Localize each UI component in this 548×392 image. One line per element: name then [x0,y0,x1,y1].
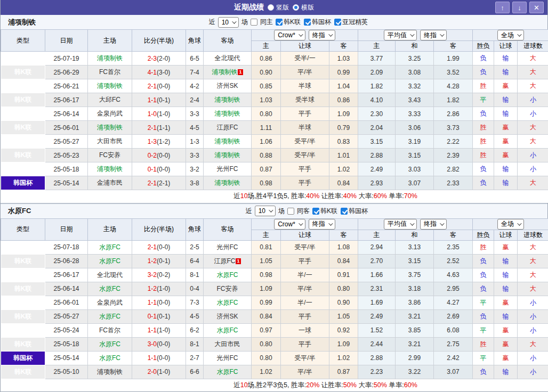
league-badge: 韩K联 [1,268,45,282]
league-badge: 韩K联 [1,66,45,79]
away-odds: 0.91 [329,268,358,282]
handicap-line: 一球 [281,323,329,337]
period-select[interactable]: 全场 [497,30,524,40]
bookmaker-select[interactable]: Crow* [274,30,305,40]
result-handicap: 输 [494,365,518,379]
games-count-select[interactable]: 10 [255,206,276,216]
move-down-button[interactable]: ↓ [512,2,527,13]
result-goals: 小 [518,365,548,379]
avg-time-select[interactable]: 终指 [420,30,447,40]
away-team: 全北现代 [204,52,252,66]
away-team: 水原FC [204,296,252,309]
corner-score: 7-3 [186,296,204,309]
same-venue-checkbox[interactable] [251,19,257,26]
result-goals: 大 [518,282,548,296]
league-badge: 韩K联 [1,323,45,337]
col-score: 比分(半场) [132,218,186,240]
away-team: 水原FC [204,323,252,337]
result-wdl: 平 [473,296,494,309]
col-odds-away: 客 [329,41,358,52]
away-odds: 1.09 [329,337,358,351]
col-date: 日期 [45,218,88,240]
period-select[interactable]: 全场 [497,219,524,230]
radio-horizontal-icon[interactable] [293,4,299,11]
result-goals: 小 [518,149,548,162]
avg-select[interactable]: 平均值 [384,30,417,40]
match-date: 25-07-18 [45,240,88,254]
league-badge: 韩K联 [1,254,45,268]
bookmaker-select[interactable]: Crow* [274,219,305,230]
match-score: 3-2(0-2) [132,268,186,282]
home-team: 全北现代 [88,268,132,282]
move-up-button[interactable]: ↑ [495,2,510,13]
odds-time-select[interactable]: 终指 [309,219,335,230]
team-name: 浦项制铁 [1,18,36,27]
handicap-line: 平/半 [281,66,329,79]
match-date: 25-06-01 [45,296,88,309]
away-team: 浦项制铁 [204,149,252,162]
home-team: 大邱FC [88,93,132,107]
filter-controls: 近 10 场 同主 韩K联韩国杯亚冠精英 [209,17,370,28]
home-odds: 0.80 [252,351,281,365]
away-team: 江原FC [204,121,252,135]
avg-draw-odds: 3.06 [396,121,434,135]
result-wdl: 负 [473,309,494,323]
avg-draw-odds: 3.86 [396,296,434,309]
avg-home-odds: 2.70 [358,254,396,268]
avg-home-odds: 2.49 [358,309,396,323]
avg-away-odds: 2.95 [434,282,473,296]
league-filter-checkbox[interactable] [334,19,341,26]
avg-home-odds: 3.15 [358,135,396,149]
summary-row: 近10场,胜2平3负5, 胜率:20% 让胜率:50% 大率:50% 单率:60… [1,379,548,391]
away-odds: 1.02 [329,162,358,176]
odds-time-select[interactable]: 终指 [309,30,335,40]
avg-draw-odds: 3.22 [396,365,434,379]
away-odds: 0.84 [329,254,358,268]
radio-vertical-icon[interactable] [268,4,274,11]
result-goals: 大 [518,254,548,268]
league-filter-checkbox[interactable] [341,208,348,215]
close-button[interactable]: ✕ [529,2,544,13]
col-handicap: 让球 [281,230,329,240]
league-filter-checkbox[interactable] [304,19,311,26]
avg-home-odds: 1.66 [358,268,396,282]
corner-score: 6-2 [186,323,204,337]
avg-time-select[interactable]: 终指 [420,219,447,230]
col-type: 类型 [1,30,45,52]
league-filter-checkbox[interactable] [312,208,319,215]
league-badge: 韩K联 [1,365,45,379]
result-handicap: 赢 [494,149,518,162]
same-venue-checkbox[interactable] [287,208,294,215]
avg-away-odds: 4.63 [434,268,473,282]
corner-score: 8-1 [186,337,204,351]
result-goals: 小 [518,107,548,121]
handicap-line: 半/一 [281,268,329,282]
avg-away-odds: 2.39 [434,149,473,162]
avg-draw-odds: 3.75 [396,268,434,282]
league-filter-checkbox[interactable] [276,19,283,26]
layout-radio-horizontal[interactable]: 横版 [293,3,314,12]
col-score: 比分(半场) [132,30,186,52]
home-odds: 1.03 [252,93,281,107]
league-badge: 韩K联 [1,93,45,107]
away-team: 水原FC [204,365,252,379]
result-wdl: 胜 [473,337,494,351]
layout-radio-vertical[interactable]: 竖版 [268,3,289,12]
corner-score: 2-7 [186,351,204,365]
chevron-down-icon [517,32,521,36]
chevron-down-icon [299,32,303,36]
match-score: 0-1(0-0) [132,162,186,176]
avg-select[interactable]: 平均值 [384,219,417,230]
match-row: 韩K联25-05-23FC安养0-2(0-0)3-3浦项制铁0.88受平/半1.… [1,149,548,162]
games-count-select[interactable]: 10 [218,17,239,28]
away-team: 浦项制铁 [204,107,252,121]
home-odds: 1.05 [252,254,281,268]
result-goals: 小 [518,93,548,107]
result-handicap: 赢 [494,79,518,93]
home-team: FC安养 [88,149,132,162]
avg-home-odds: 2.04 [358,121,396,135]
handicap-line: 半球 [281,121,329,135]
near-label: 近 [209,18,215,27]
home-odds: 0.80 [252,107,281,121]
filter-controls: 近 10 场 同客 韩K联韩国杯 [246,206,370,216]
